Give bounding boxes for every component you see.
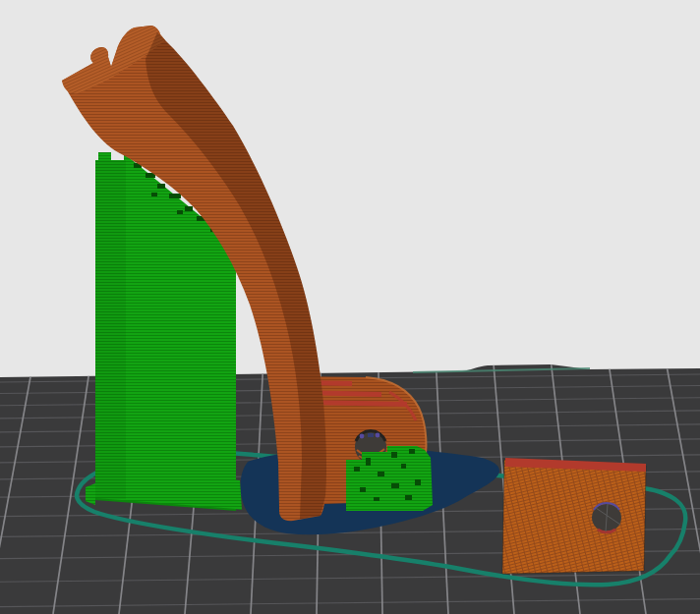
boss-hole-purple-dot	[360, 434, 365, 439]
flat-plate-body	[502, 460, 646, 574]
support-tower-nub	[98, 152, 111, 161]
flat-plate-model[interactable]	[502, 458, 646, 574]
slicer-3d-scene[interactable]	[0, 0, 700, 614]
support-tower-right-foot	[224, 478, 242, 510]
support-tower-column-shade	[95, 160, 126, 499]
boss-hole-purple-dot	[376, 433, 380, 438]
slicer-viewport[interactable]	[0, 0, 700, 614]
boss-hole-blue-bit	[368, 433, 374, 437]
